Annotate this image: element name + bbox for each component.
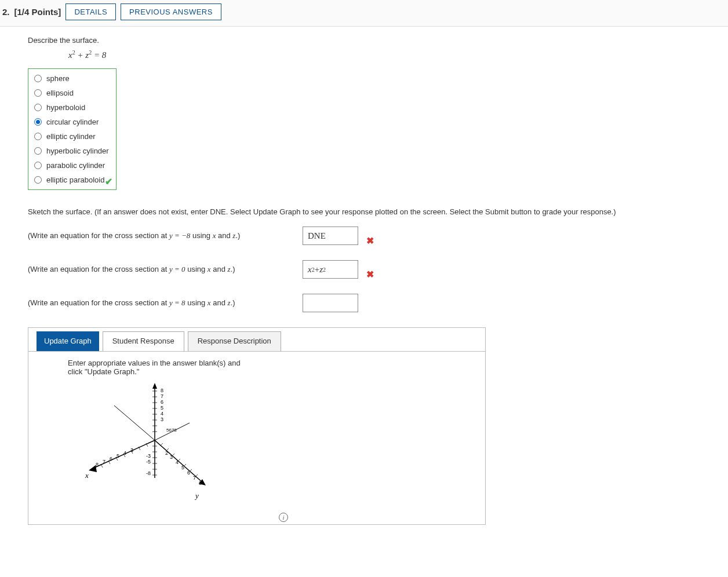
choice-sphere[interactable]: sphere bbox=[31, 71, 112, 86]
question-number: 2. bbox=[2, 7, 10, 17]
question-header: 2. [1/4 Points] DETAILS PREVIOUS ANSWERS bbox=[0, 0, 728, 27]
choice-group: sphereellipsoidhyperboloidcircular cylin… bbox=[28, 68, 117, 190]
radio-icon[interactable] bbox=[34, 104, 42, 111]
svg-text:8: 8 bbox=[161, 388, 163, 393]
svg-text:4: 4 bbox=[123, 450, 126, 456]
choice-label: elliptic paraboloid bbox=[46, 176, 104, 184]
cross-section-row: (Write an equation for the cross section… bbox=[28, 294, 696, 312]
svg-text:2: 2 bbox=[165, 450, 168, 456]
svg-text:8: 8 bbox=[96, 462, 99, 468]
answer-input[interactable]: x2 + z2 bbox=[303, 260, 358, 279]
svg-line-2 bbox=[155, 440, 204, 484]
sketch-instruction: Sketch the surface. (If an answer does n… bbox=[28, 207, 696, 216]
axes-3d: 876 543 876 543 234 567 8 bbox=[74, 379, 224, 507]
choice-label: hyperboloid bbox=[46, 103, 85, 112]
svg-text:6: 6 bbox=[187, 470, 190, 476]
radio-icon[interactable] bbox=[34, 89, 42, 97]
previous-answers-button[interactable]: PREVIOUS ANSWERS bbox=[121, 3, 221, 20]
radio-icon[interactable] bbox=[34, 176, 42, 184]
svg-line-29 bbox=[161, 443, 163, 445]
svg-text:7: 7 bbox=[193, 475, 196, 481]
radio-icon[interactable] bbox=[34, 147, 42, 155]
choice-label: sphere bbox=[46, 74, 70, 83]
choice-label: parabolic cylinder bbox=[46, 161, 105, 170]
points-label: [1/4 Points] bbox=[14, 7, 61, 17]
svg-text:5678: 5678 bbox=[166, 428, 177, 433]
answer-input[interactable]: DNE bbox=[303, 227, 358, 245]
choice-hyperbolic-cylinder[interactable]: hyperbolic cylinder bbox=[31, 144, 112, 158]
svg-text:8: 8 bbox=[199, 480, 202, 486]
svg-text:3: 3 bbox=[130, 447, 133, 453]
cross-section-label: (Write an equation for the cross section… bbox=[28, 265, 294, 274]
radio-icon[interactable] bbox=[34, 75, 42, 82]
svg-text:-8: -8 bbox=[146, 470, 151, 476]
question-body: Describe the surface. x2 + z2 = 8 sphere… bbox=[0, 27, 696, 525]
choice-elliptic-cylinder[interactable]: elliptic cylinder bbox=[31, 129, 112, 144]
info-icon[interactable]: i bbox=[279, 513, 288, 522]
cross-section-row: (Write an equation for the cross section… bbox=[28, 260, 696, 279]
svg-text:7: 7 bbox=[161, 393, 163, 399]
choice-hyperboloid[interactable]: hyperboloid bbox=[31, 100, 112, 115]
radio-icon[interactable] bbox=[34, 162, 42, 169]
choice-label: ellipsoid bbox=[46, 89, 74, 97]
choice-label: elliptic cylinder bbox=[46, 132, 96, 141]
choice-circular-cylinder[interactable]: circular cylinder bbox=[31, 115, 112, 129]
svg-text:3: 3 bbox=[161, 417, 163, 422]
svg-text:3: 3 bbox=[170, 454, 173, 460]
svg-marker-1 bbox=[152, 383, 157, 389]
graph-panel: Update Graph Student Response Response D… bbox=[28, 327, 486, 525]
svg-text:5: 5 bbox=[117, 453, 119, 459]
update-graph-button[interactable]: Update Graph bbox=[37, 331, 99, 351]
details-button[interactable]: DETAILS bbox=[65, 3, 116, 20]
radio-icon[interactable] bbox=[34, 133, 42, 140]
svg-text:4: 4 bbox=[176, 459, 179, 465]
choice-label: circular cylinder bbox=[46, 118, 99, 126]
tab-response-description[interactable]: Response Description bbox=[188, 331, 281, 351]
cross-section-row: (Write an equation for the cross section… bbox=[28, 227, 696, 245]
svg-text:4: 4 bbox=[161, 411, 163, 417]
choice-elliptic-paraboloid[interactable]: elliptic paraboloid bbox=[31, 173, 112, 187]
axis-y-label: y bbox=[194, 491, 199, 500]
axis-x-label: x bbox=[85, 471, 89, 480]
svg-text:6: 6 bbox=[161, 399, 163, 405]
radio-icon[interactable] bbox=[34, 118, 42, 126]
choice-ellipsoid[interactable]: ellipsoid bbox=[31, 86, 112, 100]
svg-text:7: 7 bbox=[103, 459, 105, 465]
graph-hint: Enter appropriate values in the answer b… bbox=[68, 359, 253, 376]
svg-text:-3: -3 bbox=[146, 453, 151, 459]
graph-body: Enter appropriate values in the answer b… bbox=[28, 351, 485, 524]
check-icon: ✔ bbox=[105, 176, 112, 187]
wrong-icon: ✖ bbox=[366, 269, 374, 280]
svg-text:5: 5 bbox=[181, 465, 184, 470]
tab-student-response[interactable]: Student Response bbox=[103, 331, 184, 351]
graph-tabs: Update Graph Student Response Response D… bbox=[28, 328, 485, 351]
prompt-text: Describe the surface. bbox=[28, 36, 696, 45]
wrong-icon: ✖ bbox=[366, 235, 374, 246]
svg-text:5: 5 bbox=[161, 405, 163, 411]
choice-label: hyperbolic cylinder bbox=[46, 147, 109, 155]
svg-text:6: 6 bbox=[110, 456, 112, 462]
svg-line-6 bbox=[114, 406, 155, 440]
equation: x2 + z2 = 8 bbox=[68, 49, 696, 60]
svg-text:-5: -5 bbox=[146, 459, 151, 465]
cross-section-label: (Write an equation for the cross section… bbox=[28, 298, 294, 308]
answer-input[interactable] bbox=[303, 294, 358, 312]
svg-line-4 bbox=[91, 440, 155, 469]
cross-section-label: (Write an equation for the cross section… bbox=[28, 231, 294, 240]
choice-parabolic-cylinder[interactable]: parabolic cylinder bbox=[31, 158, 112, 173]
